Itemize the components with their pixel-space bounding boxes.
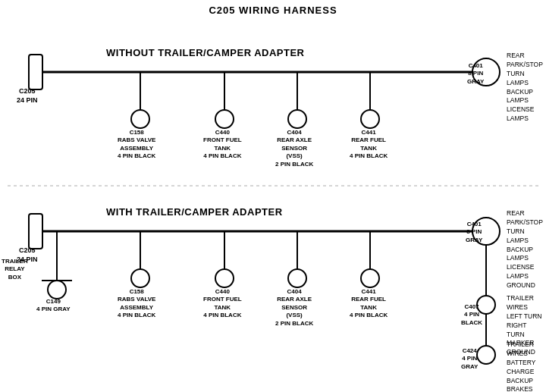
svg-point-19 — [288, 269, 306, 287]
svg-point-28 — [477, 346, 495, 364]
c424-label: C4244 PINGRAY — [461, 347, 478, 371]
c404-top-label: C404REAR AXLESENSOR(VSS)2 PIN BLACK — [275, 129, 313, 168]
wiring-svg — [0, 0, 546, 392]
svg-point-8 — [288, 110, 306, 128]
svg-rect-1 — [29, 55, 42, 89]
trailer-relay-label: TRAILERRELAYBOX — [2, 258, 28, 281]
c440-top-label: C440FRONT FUELTANK4 PIN BLACK — [203, 129, 242, 161]
svg-point-24 — [48, 281, 66, 299]
c158-top-label: C158RABS VALVEASSEMBLY4 PIN BLACK — [118, 129, 155, 161]
section2-title: WITH TRAILER/CAMPER ADAPTER — [106, 206, 283, 218]
svg-point-10 — [361, 110, 379, 128]
c401-bot-label: C4018 PINGRAY — [466, 221, 482, 244]
diagram-container: C205 WIRING HARNESS — [0, 0, 546, 392]
svg-point-17 — [215, 269, 234, 287]
svg-point-15 — [131, 269, 149, 287]
section1-title: WITHOUT TRAILER/CAMPER ADAPTER — [106, 47, 305, 58]
main-title: C205 WIRING HARNESS — [0, 0, 546, 16]
c401-bot-side: REAR PARK/STOPTURN LAMPSBACKUP LAMPSLICE… — [507, 209, 546, 290]
c401-top-label: C4018 PINGRAY — [467, 62, 484, 86]
c441-bot-label: C441REAR FUELTANK4 PIN BLACK — [350, 288, 388, 320]
c407-label: C4074 PINBLACK — [461, 303, 482, 327]
svg-rect-12 — [29, 214, 42, 249]
svg-point-6 — [215, 110, 234, 128]
c440-bot-label: C440FRONT FUELTANK4 PIN BLACK — [203, 288, 242, 320]
c401-top-side: REAR PARK/STOPTURN LAMPSBACKUP LAMPSLICE… — [507, 52, 546, 124]
c441-top-label: C441REAR FUELTANK4 PIN BLACK — [350, 129, 388, 161]
svg-point-21 — [361, 269, 379, 287]
c424-side: TRAILER WIRESBATTERY CHARGEBACKUPBRAKES — [507, 340, 546, 392]
svg-point-4 — [131, 110, 149, 128]
c149-label: C1494 PIN GRAY — [36, 298, 71, 314]
c205-top-label: C20524 PIN — [17, 87, 38, 105]
c404-bot-label: C404REAR AXLESENSOR(VSS)2 PIN BLACK — [275, 288, 313, 328]
c158-bot-label: C158RABS VALVEASSEMBLY4 PIN BLACK — [118, 288, 155, 320]
